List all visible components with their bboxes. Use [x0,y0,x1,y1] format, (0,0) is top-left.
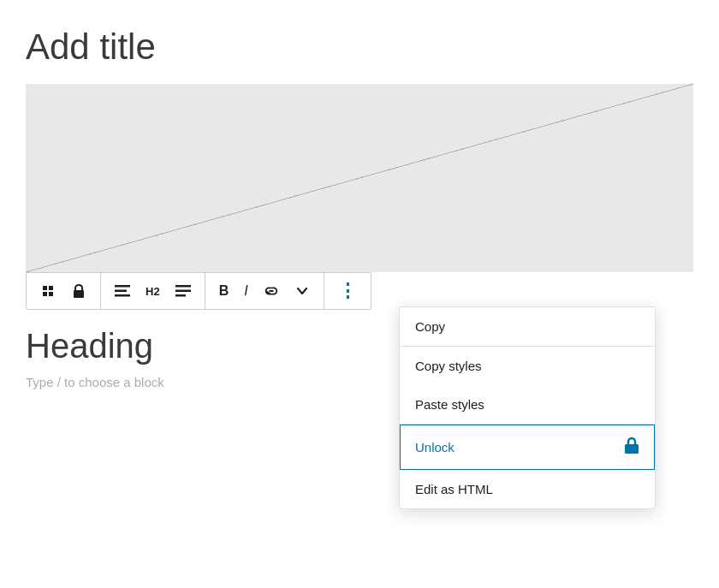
link-button[interactable] [258,280,284,302]
align-button[interactable] [110,280,135,302]
drag-handle-button[interactable] [35,280,61,302]
paragraph-style-button[interactable] [170,280,196,302]
svg-rect-0 [43,286,47,290]
drag-icon [40,283,56,299]
menu-item-edit-html[interactable]: Edit as HTML [400,470,655,508]
toolbar: H2 B I [26,272,371,310]
svg-rect-11 [625,444,639,454]
toolbar-group-alignment: H2 [100,273,205,309]
menu-item-copy-styles[interactable]: Copy styles [400,347,655,385]
h2-label: H2 [146,285,160,298]
svg-rect-9 [175,290,191,293]
chevron-down-icon [294,283,310,299]
image-placeholder [26,84,693,272]
unlock-label: Unlock [415,440,455,454]
lock-icon [71,283,86,299]
dots-vertical-icon: ⋮ [338,282,357,300]
italic-icon: I [244,283,247,299]
h2-button[interactable]: H2 [140,282,165,301]
menu-item-paste-styles[interactable]: Paste styles [400,385,655,424]
menu-item-copy[interactable]: Copy [400,307,655,346]
svg-rect-5 [115,285,130,288]
svg-rect-3 [49,292,53,296]
align-icon [115,283,130,299]
unlock-lock-icon [624,437,639,458]
copy-label: Copy [415,319,445,334]
bold-icon: B [219,283,229,299]
svg-rect-7 [115,294,130,297]
context-menu: Copy Copy styles Paste styles Unlock Edi… [399,306,656,509]
link-icon [264,283,279,299]
italic-button[interactable]: I [239,280,253,302]
svg-rect-8 [175,285,191,288]
edit-html-label: Edit as HTML [415,482,493,496]
menu-item-unlock[interactable]: Unlock [400,425,655,470]
page-container: Add title [0,0,719,415]
svg-rect-6 [115,290,127,293]
lock-button[interactable] [66,280,92,302]
toolbar-group-formatting: B I [205,273,324,309]
more-formatting-button[interactable] [289,280,315,302]
paste-styles-label: Paste styles [415,397,484,412]
toolbar-group-drag-lock [27,273,100,309]
copy-styles-label: Copy styles [415,359,482,373]
page-title[interactable]: Add title [26,26,693,68]
toolbar-group-options: ⋮ [324,273,371,309]
svg-rect-10 [175,294,186,297]
svg-rect-4 [74,290,84,298]
bold-button[interactable]: B [214,280,235,302]
options-button[interactable]: ⋮ [333,278,362,304]
svg-rect-1 [49,286,53,290]
svg-rect-2 [43,292,47,296]
paragraph-style-icon [175,283,191,299]
